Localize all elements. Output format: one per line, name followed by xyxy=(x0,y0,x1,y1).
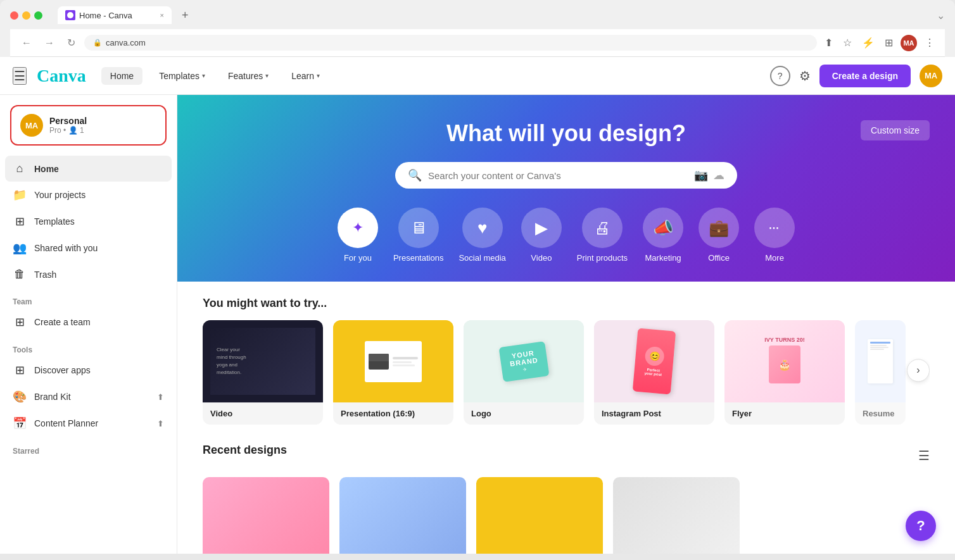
resume-thumb xyxy=(855,320,906,402)
presentation-thumb xyxy=(333,320,453,402)
share-button[interactable]: ⬆ xyxy=(822,34,835,51)
sidebar-item-home[interactable]: ⌂ Home xyxy=(5,156,172,182)
recent-card-3[interactable] xyxy=(476,477,603,554)
reload-button[interactable]: ↻ xyxy=(63,34,79,51)
for-you-icon: ✦ xyxy=(352,220,364,236)
user-avatar[interactable]: MA xyxy=(920,65,942,87)
suggestions-cards-row: Clear your mind through yoga and meditat… xyxy=(203,320,930,425)
hamburger-menu[interactable]: ☰ xyxy=(13,67,27,85)
maximize-dot[interactable] xyxy=(34,11,42,20)
suggestions-title: You might want to try... xyxy=(203,297,930,310)
minimize-dot[interactable] xyxy=(22,11,30,20)
search-icon: 🔍 xyxy=(408,168,422,182)
office-circle: 💼 xyxy=(699,208,739,248)
recent-card-4[interactable] xyxy=(613,477,740,554)
forward-button[interactable]: → xyxy=(41,35,58,51)
profile-meta: Pro • 👤 1 xyxy=(49,126,87,135)
upload-icon[interactable]: ☁ xyxy=(713,168,724,182)
profile-name: Personal xyxy=(49,116,87,126)
brand-kit-icon: 🎨 xyxy=(13,390,27,404)
templates-chevron: ▾ xyxy=(202,72,205,79)
back-button[interactable]: ← xyxy=(18,35,35,51)
sidebar-item-templates[interactable]: ⊞ Templates xyxy=(5,208,172,235)
category-for-you[interactable]: ✦ For you xyxy=(338,208,378,263)
shared-icon: 👥 xyxy=(13,241,27,255)
sidebar-item-brand-kit[interactable]: 🎨 Brand Kit ⬆ xyxy=(5,383,172,410)
category-more[interactable]: ••• More xyxy=(754,208,795,263)
design-card-presentation[interactable]: Presentation (16:9) xyxy=(333,320,453,425)
instagram-thumb: 😊 Perfect your post xyxy=(594,320,714,402)
category-video[interactable]: ▶ Video xyxy=(521,208,562,263)
category-presentations[interactable]: 🖥 Presentations xyxy=(393,208,444,263)
sidebar-item-create-team[interactable]: ⊞ Create a team xyxy=(5,309,172,335)
office-icon: 💼 xyxy=(709,218,729,238)
create-design-button[interactable]: Create a design xyxy=(819,65,911,87)
camera-icon[interactable]: 📷 xyxy=(694,168,708,182)
sidebar-label-content-planner: Content Planner xyxy=(34,418,98,428)
browser-user-avatar[interactable]: MA xyxy=(901,35,917,51)
resume-card-label: Resume xyxy=(855,402,906,425)
cards-next-button[interactable]: › xyxy=(907,359,930,382)
search-bar: 🔍 📷 ☁ xyxy=(395,162,737,189)
more-button[interactable]: ⋮ xyxy=(922,34,937,51)
video-icon: ▶ xyxy=(535,218,548,238)
new-tab-button[interactable]: + xyxy=(177,9,194,22)
recent-card-1[interactable] xyxy=(203,477,329,554)
flyer-thumb: IVY TURNS 20! 🎂 xyxy=(724,320,845,402)
tab-close-button[interactable]: × xyxy=(160,11,164,19)
tab-title: Home - Canva xyxy=(79,11,132,20)
close-dot[interactable] xyxy=(10,11,18,20)
design-card-video[interactable]: Clear your mind through yoga and meditat… xyxy=(203,320,323,425)
features-nav-button[interactable]: Features ▾ xyxy=(222,67,275,85)
bookmark-button[interactable]: ☆ xyxy=(840,34,854,51)
brand-kit-left: 🎨 Brand Kit xyxy=(13,390,71,404)
category-office[interactable]: 💼 Office xyxy=(699,208,739,263)
design-card-flyer[interactable]: IVY TURNS 20! 🎂 Flyer xyxy=(724,320,845,425)
design-card-resume[interactable]: Resume xyxy=(855,320,906,425)
learn-nav-button[interactable]: Learn ▾ xyxy=(285,67,326,85)
sidebar-item-content-planner[interactable]: 📅 Content Planner ⬆ xyxy=(5,410,172,437)
more-circle: ••• xyxy=(754,208,795,248)
sidebar-label-templates: Templates xyxy=(34,216,75,227)
extensions-button[interactable]: ⚡ xyxy=(859,34,877,51)
templates-nav-button[interactable]: Templates ▾ xyxy=(153,67,212,85)
sidebar-label-home: Home xyxy=(34,164,59,174)
profile-button[interactable]: ⊞ xyxy=(882,34,895,51)
recent-card-2[interactable] xyxy=(339,477,466,554)
category-print-products[interactable]: 🖨 Print products xyxy=(577,208,628,263)
help-float-button[interactable]: ? xyxy=(906,511,936,541)
settings-button[interactable]: ⚙ xyxy=(799,68,811,84)
category-social-media[interactable]: ♥ Social media xyxy=(459,208,505,263)
help-button[interactable]: ? xyxy=(770,66,790,86)
marketing-circle: 📣 xyxy=(643,208,683,248)
video-label: Video xyxy=(531,253,552,263)
home-nav-button[interactable]: Home xyxy=(101,67,142,85)
sidebar-label-shared: Shared with you xyxy=(34,243,98,253)
category-icons: ✦ For you 🖥 Presentations ♥ xyxy=(215,208,917,263)
marketing-label: Marketing xyxy=(645,253,681,263)
sidebar-item-discover-apps[interactable]: ⊞ Discover apps xyxy=(5,357,172,383)
presentations-label: Presentations xyxy=(393,253,444,263)
content-planner-icon: 📅 xyxy=(13,416,27,430)
recent-header: Recent designs ☰ xyxy=(203,444,930,467)
presentation-card-label: Presentation (16:9) xyxy=(333,402,453,425)
category-marketing[interactable]: 📣 Marketing xyxy=(643,208,683,263)
team-nav: ⊞ Create a team xyxy=(0,309,177,335)
brand-kit-badge: ⬆ xyxy=(157,392,164,402)
browser-toolbar: ← → ↻ 🔒 canva.com ⬆ ☆ ⚡ ⊞ MA ⋮ xyxy=(10,29,945,57)
templates-icon: ⊞ xyxy=(13,215,27,228)
search-input[interactable] xyxy=(428,170,688,181)
instagram-card-label: Instagram Post xyxy=(594,402,714,425)
custom-size-button[interactable]: Custom size xyxy=(861,120,930,140)
design-card-instagram[interactable]: 😊 Perfect your post Instagram Post xyxy=(594,320,714,425)
projects-icon: 📁 xyxy=(13,188,27,202)
sidebar-item-shared[interactable]: 👥 Shared with you xyxy=(5,235,172,261)
browser-tab[interactable]: Home - Canva × xyxy=(58,6,172,24)
sidebar-item-trash[interactable]: 🗑 Trash xyxy=(5,261,172,287)
recent-list-view-button[interactable]: ☰ xyxy=(918,448,930,463)
sidebar-item-your-projects[interactable]: 📁 Your projects xyxy=(5,182,172,208)
social-media-label: Social media xyxy=(459,253,505,263)
profile-card[interactable]: MA Personal Pro • 👤 1 xyxy=(10,105,167,146)
address-bar[interactable]: 🔒 canva.com xyxy=(84,35,817,51)
design-card-logo[interactable]: YOUR BRAND ✈ Logo xyxy=(464,320,584,425)
